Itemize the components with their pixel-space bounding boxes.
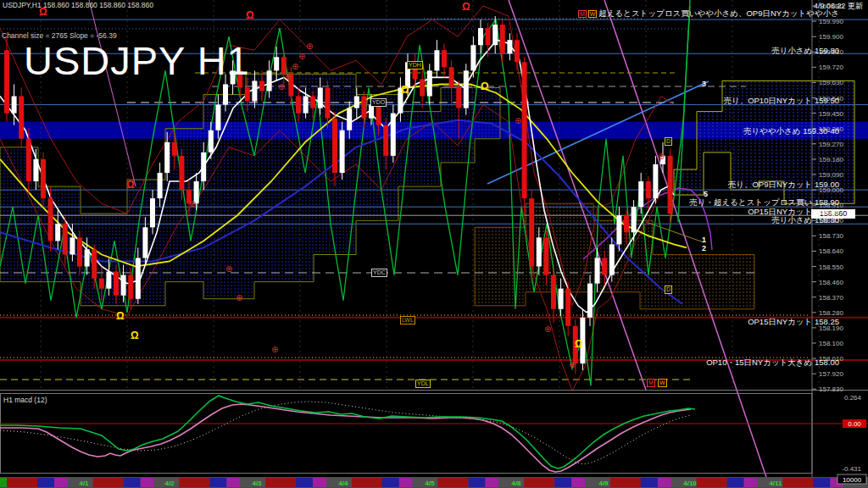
count-label-3: 3 [702, 80, 706, 88]
count-label-1: 1 [702, 236, 706, 244]
price-label-box-d: D [665, 286, 672, 294]
price-label-box-ydc: YDC [371, 269, 387, 277]
pivot-period-badge: M [578, 10, 587, 18]
omega-marker-yellow: Ω [481, 81, 489, 92]
signal-circle-marker: ⊕ [278, 83, 285, 92]
omega-marker-red: Ω [126, 180, 135, 190]
order-flow-annotation: MW超えるとストップロス買いやや小さめ、OP9日NYカットやや小さ [578, 8, 839, 19]
signal-circle-marker: ⊕ [292, 63, 298, 71]
order-flow-annotation: OP15日NYカット 158.25 [748, 317, 839, 328]
symbol-ohlc-readout: USDJPY,H1 158.860 158.860 158.860 158.86… [3, 1, 153, 9]
omega-marker-red: Ω [39, 7, 47, 17]
signal-circle-marker: ⊕ [225, 265, 232, 274]
signal-circle-marker: ⊕ [569, 361, 576, 369]
pivot-period-badge: W [588, 10, 598, 18]
order-flow-annotation: 売り小さめ 158.80 [771, 215, 839, 226]
signal-circle-marker: ⊕ [189, 200, 196, 208]
signal-circle-marker: ⊕ [298, 53, 305, 61]
order-flow-annotation: 売り小さめ 159.80 [771, 46, 839, 57]
signal-circle-marker: ⊕ [515, 117, 521, 125]
signal-circle-marker: ⊕ [658, 152, 665, 161]
signal-circle-marker: ⊕ [285, 73, 292, 81]
omega-marker-yellow: Ω [131, 330, 139, 341]
order-flow-annotation: OP10・15日NYカット大きめ 158.00 [706, 358, 839, 369]
omega-marker-yellow: Ω [116, 311, 125, 321]
count-label-2: 2 [702, 245, 706, 252]
price-label-box-m: M [647, 379, 655, 387]
price-label-box-ydo: YDO [370, 98, 387, 107]
price-label-box-w: W [658, 379, 667, 387]
signal-circle-marker: ⊕ [236, 294, 242, 302]
order-flow-annotation: 売り、OP10日NYカット 159.50 [723, 96, 839, 107]
price-label-box-ydh: YDH [407, 61, 423, 69]
signal-circle-marker: ⊕ [544, 325, 551, 334]
price-label-box-lwl: LWL [400, 316, 415, 324]
order-flow-annotation: 売りやや小さめ 159.30-40 [743, 126, 839, 137]
omega-marker-yellow: Ω [575, 339, 583, 349]
omega-marker-red: Ω [462, 2, 470, 12]
signal-circle-marker: ⊕ [271, 346, 278, 354]
signal-circle-marker: ⊕ [306, 42, 313, 51]
omega-marker-red: Ω [246, 10, 254, 20]
order-flow-annotation: 売り、OP9日NYカット 159.00 [728, 180, 839, 191]
price-label-box-d: D [665, 137, 672, 146]
macd-indicator-label: H1 macd (12) [3, 396, 47, 404]
chart-overlays: USDJPY,H1 158.860 158.860 158.860 158.86… [0, 0, 868, 488]
count-label-5: 5 [704, 191, 708, 198]
trading-chart-window: 160.080159.990159.900159.810159.720159.6… [0, 0, 868, 488]
price-label-box-ydl: YDL [415, 380, 431, 388]
symbol-watermark: USDJPY H1 [24, 37, 250, 84]
omega-marker-yellow: Ω [401, 85, 409, 95]
